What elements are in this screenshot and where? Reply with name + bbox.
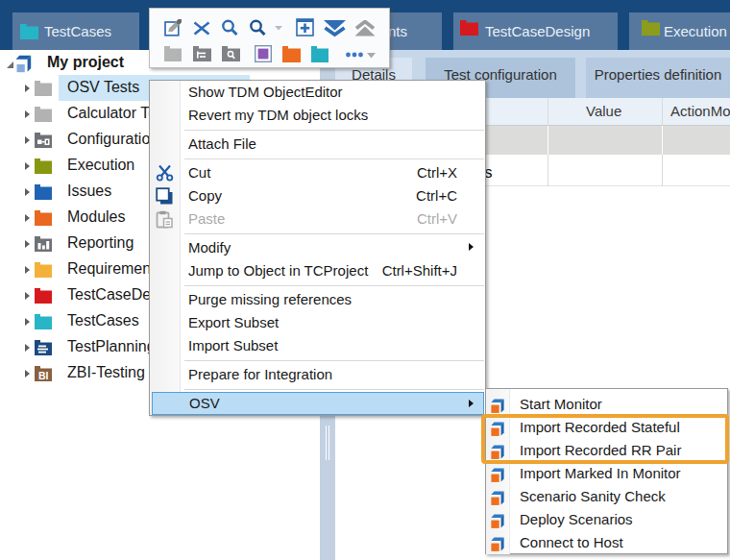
svg-text:BI: BI bbox=[38, 370, 49, 381]
